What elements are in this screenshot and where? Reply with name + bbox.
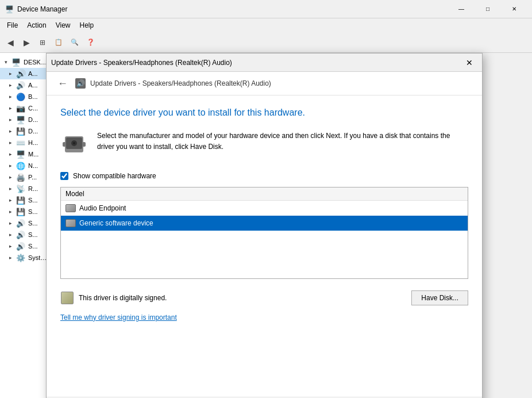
printer-label: P... (28, 174, 37, 181)
system-label: System devices (28, 254, 48, 261)
driver-signing-link[interactable]: Tell me why driver signing is important (60, 313, 177, 322)
menu-help[interactable]: Help (75, 20, 99, 30)
tree-item-radio[interactable]: ▸ 📡 R... (0, 183, 50, 194)
tree-item-monitor[interactable]: ▸ 🖥️ M... (0, 148, 50, 160)
close-button[interactable]: ✕ (501, 0, 527, 18)
sound3-label: S... (28, 243, 38, 250)
dialog-back-button[interactable]: ← (56, 76, 70, 90)
svg-rect-2 (63, 142, 66, 147)
radio-label: R... (28, 185, 38, 192)
printer-expand-icon: ▸ (9, 174, 16, 180)
network-icon: 🌐 (16, 162, 26, 170)
radio-icon: 📡 (16, 185, 26, 193)
toolbar-update[interactable]: 📋 (51, 35, 67, 51)
bluetooth-icon: 🔵 (16, 93, 26, 101)
menu-bar: File Action View Help (0, 18, 532, 32)
tree-item-disk[interactable]: ▸ 💾 D... (0, 125, 50, 137)
monitor-label: M... (28, 151, 38, 158)
tree-item-sound1[interactable]: ▸ 🔊 S... (0, 217, 50, 229)
bluetooth-expand-icon: ▸ (9, 94, 16, 100)
toolbar: ◀ ▶ ⊞ 📋 🔍 ❓ (0, 32, 532, 53)
camera-icon: 📷 (16, 104, 26, 113)
menu-view[interactable]: View (51, 20, 75, 30)
sound2-icon: 🔊 (16, 231, 26, 239)
disk-icon: 💾 (16, 127, 26, 136)
app-icon: 🖥️ (5, 5, 14, 14)
tree-item-system[interactable]: ▸ ⚙️ System devices (0, 252, 50, 263)
sound2-label: S... (28, 231, 38, 238)
storage1-icon: 💾 (16, 196, 26, 205)
display-expand-icon: ▸ (9, 117, 16, 123)
dialog-close-button[interactable]: ✕ (461, 55, 477, 71)
toolbar-back[interactable]: ◀ (2, 35, 18, 51)
toolbar-forward[interactable]: ▶ (18, 35, 34, 51)
dialog-heading: Select the device driver you want to ins… (60, 107, 468, 119)
checkbox-row: Show compatible hardware (60, 172, 468, 180)
audio-endpoint-label: Audio Endpoint (79, 204, 126, 212)
toolbar-properties[interactable]: ⊞ (34, 35, 51, 51)
network-expand-icon: ▸ (9, 163, 16, 169)
storage2-icon: 💾 (16, 208, 26, 216)
root-expand-icon: ▾ (5, 59, 11, 65)
audio2-icon: 🔊 (16, 81, 26, 90)
disk-label: D... (28, 128, 38, 135)
disk-expand-icon: ▸ (9, 128, 16, 134)
maximize-button[interactable]: □ (475, 0, 501, 18)
tree-item-sound2[interactable]: ▸ 🔊 S... (0, 229, 50, 240)
tree-item-storage2[interactable]: ▸ 💾 S... (0, 206, 50, 217)
svg-rect-3 (82, 142, 86, 147)
dialog-nav-title: Update Drivers - Speakers/Headphones (Re… (90, 79, 271, 87)
monitor-expand-icon: ▸ (9, 151, 16, 157)
tree-item-network[interactable]: ▸ 🌐 N... (0, 160, 50, 171)
system-expand-icon: ▸ (9, 255, 16, 261)
audio2-label: A... (28, 82, 38, 89)
computer-icon: 🖥️ (11, 58, 22, 67)
model-listbox[interactable]: Model Audio Endpoint Generic software de… (60, 187, 468, 279)
toolbar-scan[interactable]: 🔍 (67, 35, 83, 51)
tree-item-printer[interactable]: ▸ 🖨️ P... (0, 171, 50, 183)
tree-item-storage1[interactable]: ▸ 💾 S... (0, 194, 50, 206)
model-audio-endpoint[interactable]: Audio Endpoint (61, 201, 468, 216)
model-generic-software[interactable]: Generic software device (61, 216, 468, 231)
storage2-expand-icon: ▸ (9, 209, 16, 215)
tree-item-display[interactable]: ▸ 🖥️ D... (0, 114, 50, 125)
title-bar: 🖥️ Device Manager — □ ✕ (0, 0, 532, 18)
speaker-nav-icon: 🔊 (75, 78, 86, 89)
menu-file[interactable]: File (2, 20, 22, 30)
audio-endpoint-icon (65, 203, 76, 213)
storage1-expand-icon: ▸ (9, 197, 16, 203)
hardware-icon (60, 131, 88, 158)
digitally-signed-icon (60, 291, 74, 305)
model-header: Model (61, 187, 468, 201)
camera-label: C... (28, 105, 38, 112)
dialog-body: Select the device driver you want to ins… (47, 95, 482, 397)
tree-item-bluetooth[interactable]: ▸ 🔵 B... (0, 91, 50, 102)
hid-label: H... (28, 139, 38, 146)
main-content: ▾ 🖥️ DESKT... ▸ 🔊 A... ▸ 🔊 A... ▸ (0, 53, 532, 398)
menu-action[interactable]: Action (22, 20, 51, 30)
tree-item-audio2[interactable]: ▸ 🔊 A... (0, 79, 50, 91)
dialog-title: Update Drivers - Speakers/Headphones (Re… (51, 59, 461, 67)
generic-software-icon (65, 218, 76, 228)
tree-root[interactable]: ▾ 🖥️ DESKT... (0, 56, 50, 68)
device-manager-window: 🖥️ Device Manager — □ ✕ File Action View… (0, 0, 532, 398)
sound3-expand-icon: ▸ (9, 243, 16, 249)
description-row: Select the manufacturer and model of you… (60, 131, 468, 158)
minimize-button[interactable]: — (448, 0, 475, 18)
sound2-expand-icon: ▸ (9, 232, 16, 238)
generic-software-label: Generic software device (79, 219, 153, 227)
toolbar-help[interactable]: ❓ (83, 35, 99, 51)
signed-text: This driver is digitally signed. (79, 294, 167, 302)
bluetooth-label: B... (28, 93, 38, 100)
display-label: D... (28, 116, 38, 123)
tree-item-camera[interactable]: ▸ 📷 C... (0, 102, 50, 114)
sound1-label: S... (28, 220, 38, 227)
tree-item-sound3[interactable]: ▸ 🔊 S... (0, 240, 50, 252)
tree-item-audio1[interactable]: ▸ 🔊 A... (0, 68, 50, 79)
signed-row: This driver is digitally signed. Have Di… (60, 290, 468, 305)
have-disk-button[interactable]: Have Disk... (411, 290, 468, 305)
display-icon: 🖥️ (16, 116, 26, 124)
tree-item-hid[interactable]: ▸ ⌨️ H... (0, 137, 50, 148)
sound3-icon: 🔊 (16, 242, 26, 251)
show-compatible-checkbox[interactable] (60, 172, 68, 180)
